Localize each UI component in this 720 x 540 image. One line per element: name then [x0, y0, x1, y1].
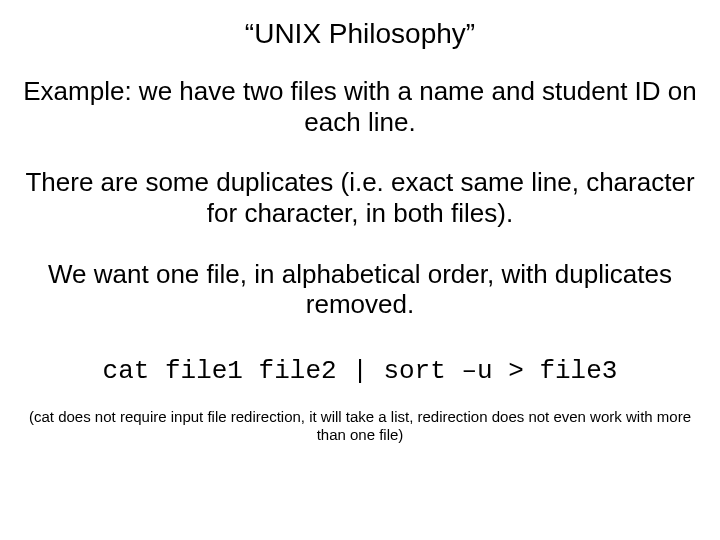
- command-line: cat file1 file2 | sort –u > file3: [20, 356, 700, 386]
- slide-title: “UNIX Philosophy”: [20, 18, 700, 50]
- paragraph-example: Example: we have two files with a name a…: [20, 76, 700, 137]
- paragraph-goal: We want one file, in alphabetical order,…: [20, 259, 700, 320]
- slide: “UNIX Philosophy” Example: we have two f…: [0, 0, 720, 540]
- paragraph-duplicates: There are some duplicates (i.e. exact sa…: [20, 167, 700, 228]
- footnote-text: (cat does not require input file redirec…: [20, 408, 700, 444]
